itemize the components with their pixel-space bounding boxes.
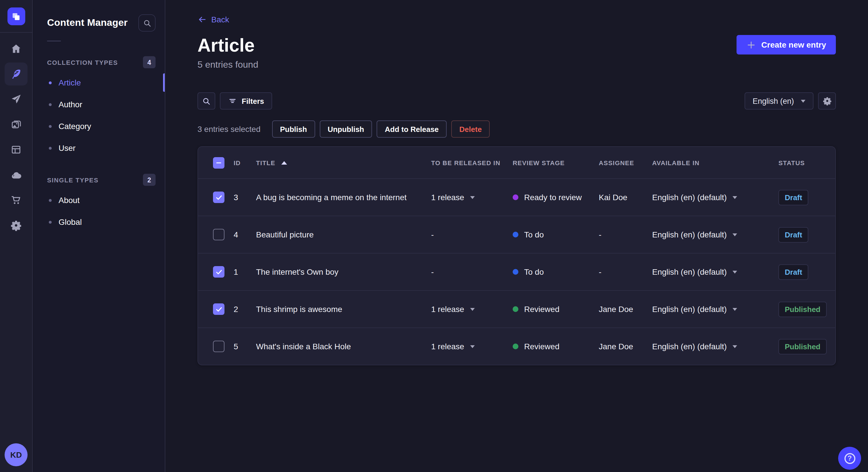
cell-review-stage: To do (513, 267, 599, 276)
column-header-assignee[interactable]: ASSIGNEE (599, 159, 652, 166)
cell-available-in[interactable]: English (en) (default) (652, 230, 778, 239)
table-row[interactable]: 4 Beautiful picture - To do - English (e… (198, 216, 835, 253)
chevron-down-icon (470, 345, 474, 348)
cell-to-be-released-in[interactable]: 1 release (431, 342, 513, 351)
paper-plane-icon (10, 94, 22, 105)
column-header-released[interactable]: TO BE RELEASED IN (431, 159, 513, 166)
nav-releases-button[interactable] (5, 88, 28, 111)
cell-available-in[interactable]: English (en) (default) (652, 267, 778, 276)
table-row[interactable]: 2 This shrimp is awesome 1 release Revie… (198, 290, 835, 328)
sidebar-item-label: Category (59, 122, 91, 131)
cell-available-in[interactable]: English (en) (default) (652, 305, 778, 314)
delete-button[interactable]: Delete (451, 121, 490, 138)
cell-assignee: Kai Doe (599, 193, 652, 202)
user-avatar[interactable]: KD (5, 443, 28, 466)
back-label: Back (211, 15, 229, 24)
column-header-available-in[interactable]: AVAILABLE IN (652, 159, 778, 166)
bullet-icon (49, 103, 52, 106)
main-content: Back Article 5 entries found Create new … (165, 0, 868, 472)
status-badge: Draft (778, 264, 809, 279)
cell-id: 1 (234, 267, 256, 276)
bullet-icon (49, 125, 52, 128)
nav-deploy-button[interactable] (5, 164, 28, 187)
cell-review-stage: Ready to review (513, 193, 599, 202)
cell-to-be-released-in[interactable]: - (431, 267, 513, 276)
table-row[interactable]: 3 A bug is becoming a meme on the intern… (198, 178, 835, 216)
main-nav-rail: KD (0, 0, 33, 472)
search-icon (202, 97, 211, 105)
sidebar-item-author[interactable]: Author (33, 94, 165, 115)
view-settings-button[interactable] (818, 92, 836, 109)
table-search-button[interactable] (197, 92, 215, 109)
bullet-icon (49, 199, 52, 202)
divider (47, 41, 61, 41)
chevron-down-icon (733, 233, 737, 236)
status-badge: Draft (778, 190, 809, 205)
chevron-down-icon (733, 308, 737, 310)
bullet-icon (49, 221, 52, 224)
table-row[interactable]: 1 The internet's Own boy - To do - Engli… (198, 253, 835, 290)
sidebar-item-label: About (59, 196, 80, 205)
row-checkbox[interactable] (213, 192, 224, 203)
publish-button[interactable]: Publish (272, 121, 315, 138)
help-button[interactable]: ? (838, 447, 861, 470)
section-collection-types: COLLECTION TYPES 4 Article Author Catego… (33, 56, 165, 159)
sidebar-item-label: Author (59, 100, 82, 109)
nav-marketplace-button[interactable] (5, 189, 28, 212)
cell-available-in[interactable]: English (en) (default) (652, 193, 778, 202)
entries-table: ID TITLE TO BE RELEASED IN REVIEW STAGE … (197, 146, 836, 365)
cell-to-be-released-in[interactable]: - (431, 230, 513, 239)
cell-title: A bug is becoming a meme on the internet (256, 193, 431, 202)
images-icon (10, 119, 22, 130)
column-header-status[interactable]: STATUS (778, 159, 835, 166)
create-new-entry-button[interactable]: Create new entry (737, 35, 836, 55)
row-checkbox[interactable] (213, 341, 224, 352)
sidebar-item-global[interactable]: Global (33, 211, 165, 233)
strapi-logo-icon (11, 11, 21, 22)
column-header-id[interactable]: ID (234, 159, 256, 166)
cell-id: 2 (234, 305, 256, 314)
sidebar-item-user[interactable]: User (33, 137, 165, 159)
status-badge: Published (778, 339, 827, 354)
app-window: KD Content Manager COLLECTION TYPES 4 Ar… (0, 0, 868, 472)
select-all-checkbox[interactable] (213, 157, 224, 168)
cell-id: 5 (234, 342, 256, 351)
column-header-title[interactable]: TITLE (256, 159, 431, 166)
row-checkbox[interactable] (213, 266, 224, 278)
nav-settings-button[interactable] (5, 214, 28, 237)
cell-to-be-released-in[interactable]: 1 release (431, 305, 513, 314)
sidebar-item-label: User (59, 143, 75, 153)
chevron-down-icon (733, 270, 737, 273)
arrow-left-icon (197, 15, 207, 24)
cell-assignee: Jane Doe (599, 305, 652, 314)
cart-icon (10, 194, 22, 206)
sidebar-item-about[interactable]: About (33, 189, 165, 211)
chevron-down-icon (470, 196, 474, 199)
sidebar-item-category[interactable]: Category (33, 115, 165, 137)
collection-types-count-badge: 4 (143, 56, 156, 68)
nav-content-manager-button[interactable] (5, 63, 28, 86)
bullet-icon (49, 81, 52, 84)
nav-home-button[interactable] (5, 37, 28, 60)
back-link[interactable]: Back (197, 15, 229, 24)
sidebar-item-article[interactable]: Article (33, 72, 165, 94)
strapi-logo[interactable] (7, 7, 25, 25)
unpublish-button[interactable]: Unpublish (319, 121, 372, 138)
table-row[interactable]: 5 What's inside a Black Hole 1 release R… (198, 328, 835, 365)
locale-value: English (en) (753, 97, 794, 105)
nav-content-type-builder-button[interactable] (5, 138, 28, 161)
add-to-release-button[interactable]: Add to Release (377, 121, 446, 138)
locale-select[interactable]: English (en) (745, 92, 813, 109)
check-icon (215, 268, 222, 276)
column-header-review-stage[interactable]: REVIEW STAGE (513, 159, 599, 166)
row-checkbox[interactable] (213, 229, 224, 240)
nav-media-library-button[interactable] (5, 113, 28, 136)
single-types-count-badge: 2 (143, 174, 156, 186)
subnav-search-button[interactable] (138, 14, 156, 32)
row-checkbox[interactable] (213, 303, 224, 315)
cell-to-be-released-in[interactable]: 1 release (431, 193, 513, 202)
cell-title: This shrimp is awesome (256, 305, 431, 314)
gear-icon (823, 96, 832, 105)
filters-button[interactable]: Filters (220, 92, 272, 109)
cell-available-in[interactable]: English (en) (default) (652, 342, 778, 351)
